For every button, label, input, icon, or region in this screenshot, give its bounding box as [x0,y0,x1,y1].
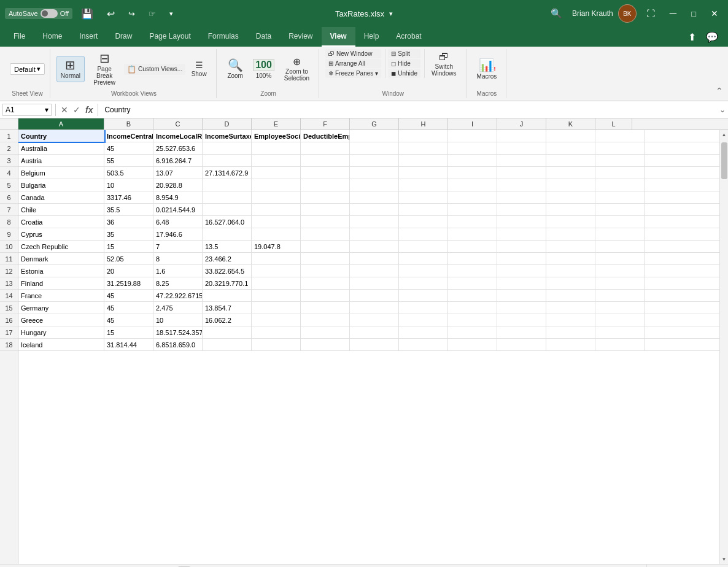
col-header-f[interactable]: F [301,118,350,129]
cell-l2[interactable] [595,142,645,154]
cell-a15[interactable]: Germany [18,302,104,314]
cell-h11[interactable] [399,253,448,264]
cell-c15[interactable]: 2.475 [153,302,203,314]
maximize-button[interactable]: □ [686,7,701,21]
cell-i6[interactable] [448,191,497,203]
cell-g14[interactable] [350,290,399,301]
cell-d11[interactable]: 23.466.2 [203,253,252,264]
cell-l5[interactable] [595,179,645,191]
cell-f18[interactable] [301,339,350,350]
cell-d6[interactable] [203,191,252,203]
row-num-18[interactable]: 18 [0,339,18,351]
cell-l13[interactable] [595,277,645,289]
tab-help[interactable]: Help [355,27,388,47]
cell-j7[interactable] [497,204,546,215]
cell-c2[interactable]: 25.527.653.6 [153,142,203,154]
cell-f10[interactable] [301,241,350,252]
undo-button[interactable]: ↩ [102,6,120,22]
cell-i13[interactable] [448,277,497,289]
cell-a4[interactable]: Belgium [18,167,104,179]
cell-i15[interactable] [448,302,497,314]
cell-d10[interactable]: 13.5 [203,241,252,252]
cell-l6[interactable] [595,191,645,203]
custom-views-button[interactable]: 📋 Custom Views... [124,64,185,75]
formula-input[interactable] [102,104,717,115]
cell-c13[interactable]: 8.25 [153,277,203,289]
cell-d17[interactable] [203,326,252,338]
cell-f3[interactable] [301,155,350,166]
cell-i11[interactable] [448,253,497,264]
cell-a9[interactable]: Cyprus [18,228,104,240]
cell-i3[interactable] [448,155,497,166]
close-button[interactable]: ✕ [706,6,723,21]
cell-j13[interactable] [497,277,546,289]
cell-f6[interactable] [301,191,350,203]
cell-h12[interactable] [399,265,448,277]
cell-l12[interactable] [595,265,645,277]
confirm-formula-icon[interactable]: ✓ [72,105,82,115]
cell-g17[interactable] [350,326,399,338]
cell-i1[interactable] [448,130,497,142]
tab-draw[interactable]: Draw [106,27,141,47]
cell-j1[interactable] [497,130,546,142]
save-button[interactable]: 💾 [76,6,98,22]
cell-h7[interactable] [399,204,448,215]
cell-a3[interactable]: Austria [18,155,104,166]
cell-g5[interactable] [350,179,399,191]
cell-g11[interactable] [350,253,399,264]
row-num-7[interactable]: 7 [0,204,18,216]
cell-f8[interactable] [301,216,350,228]
cell-i14[interactable] [448,290,497,301]
cell-j8[interactable] [497,216,546,228]
unhide-button[interactable]: ◼ Unhide [388,69,420,78]
vertical-scrollbar[interactable]: ▲ ▼ [719,130,728,564]
cell-f13[interactable] [301,277,350,289]
hide-button[interactable]: ◻ Hide [388,59,420,68]
cell-j6[interactable] [497,191,546,203]
switch-windows-button[interactable]: 🗗 Switch Windows [427,49,461,80]
fullscreen-button[interactable]: ⛶ [641,6,660,21]
cell-b18[interactable]: 31.814.44 [104,339,153,350]
cell-a14[interactable]: France [18,290,104,301]
cell-k12[interactable] [546,265,595,277]
cell-h2[interactable] [399,142,448,154]
cell-k1[interactable] [546,130,595,142]
row-num-6[interactable]: 6 [0,191,18,204]
cell-c8[interactable]: 6.48 [153,216,203,228]
cell-k18[interactable] [546,339,595,350]
col-header-a[interactable]: A [18,118,104,129]
cell-e16[interactable] [252,314,301,326]
cell-l8[interactable] [595,216,645,228]
cell-a8[interactable]: Croatia [18,216,104,228]
cell-reference[interactable]: A1 ▾ [2,104,52,116]
cell-b5[interactable]: 10 [104,179,153,191]
tab-review[interactable]: Review [280,27,321,47]
cell-b7[interactable]: 35.5 [104,204,153,215]
scroll-thumb[interactable] [721,142,727,179]
cell-k16[interactable] [546,314,595,326]
cell-k3[interactable] [546,155,595,166]
row-num-5[interactable]: 5 [0,179,18,191]
col-header-b[interactable]: B [104,118,153,129]
cell-b2[interactable]: 45 [104,142,153,154]
row-num-8[interactable]: 8 [0,216,18,228]
scroll-up-arrow[interactable]: ▲ [720,130,728,139]
col-header-g[interactable]: G [350,118,399,129]
cell-e3[interactable] [252,155,301,166]
arrange-all-button[interactable]: ⊞ Arrange All [325,59,381,68]
cell-a2[interactable]: Australia [18,142,104,154]
cell-a7[interactable]: Chile [18,204,104,215]
cell-f5[interactable] [301,179,350,191]
cell-e6[interactable] [252,191,301,203]
cell-j16[interactable] [497,314,546,326]
cell-b8[interactable]: 36 [104,216,153,228]
cell-k4[interactable] [546,167,595,179]
cell-f17[interactable] [301,326,350,338]
cell-h9[interactable] [399,228,448,240]
cell-e15[interactable] [252,302,301,314]
cell-e8[interactable] [252,216,301,228]
cell-b1[interactable]: IncomeCentral [104,130,153,142]
cell-f4[interactable] [301,167,350,179]
row-num-2[interactable]: 2 [0,142,18,155]
minimize-button[interactable]: ─ [665,6,681,21]
